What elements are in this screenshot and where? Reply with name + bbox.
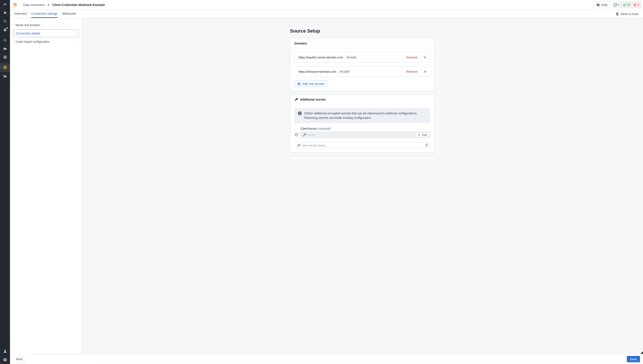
secrets-header: Additional secrets <box>290 95 435 104</box>
minus-circle-icon <box>294 133 298 136</box>
add-domain-button[interactable]: Add new domain <box>294 80 327 87</box>
move-to-trash-button[interactable]: Move to trash <box>615 10 639 18</box>
footer-bar: Back Save <box>10 354 643 364</box>
body-split: Name and location Connection details Cod… <box>10 18 643 354</box>
database-icon <box>4 66 7 69</box>
auth-chip: No auth <box>345 56 358 59</box>
breadcrumb: Data connection Client Credentials Webho… <box>20 3 594 6</box>
folder-icon <box>4 47 7 50</box>
help-label: Help <box>601 3 607 6</box>
breadcrumb-parent[interactable]: Data connection <box>23 3 45 6</box>
domain-url: https://oauth2-server-domain.com <box>298 56 343 59</box>
x-icon <box>633 3 636 6</box>
plus-circle-icon <box>297 82 301 86</box>
brand-tile[interactable] <box>10 0 20 10</box>
rail-home[interactable] <box>0 8 10 17</box>
key-icon <box>294 98 298 101</box>
rail-data-connection[interactable] <box>0 63 10 72</box>
help-button[interactable]: ? Help <box>594 2 610 8</box>
rail-history[interactable] <box>0 36 10 44</box>
top-bar: Data connection Client Credentials Webho… <box>10 0 643 10</box>
pencil-icon <box>418 134 421 136</box>
key-icon <box>303 133 306 136</box>
main-column: Data connection Client Credentials Webho… <box>10 0 643 364</box>
next-card-peek <box>290 156 435 159</box>
remove-secret-button[interactable] <box>294 133 298 137</box>
secrets-header-label: Additional secrets <box>300 98 326 101</box>
page-title: Source Setup <box>290 28 435 34</box>
chevron-right-icon <box>424 56 427 59</box>
bell-icon <box>4 28 7 32</box>
rail-apps[interactable] <box>0 53 10 62</box>
notification-badge <box>7 27 8 29</box>
secrets-info-callout: Define additional encrypted secrets that… <box>294 108 430 123</box>
domains-header: Domains <box>290 39 435 48</box>
tab-row: Overview Connection settings Webhooks Mo… <box>10 10 643 18</box>
domain-row[interactable]: https://oauth2-server-domain.com No auth… <box>294 52 430 62</box>
sidenav-connection-details[interactable]: Connection details <box>13 29 79 37</box>
search-icon <box>4 20 7 23</box>
app-rail <box>0 0 10 364</box>
flask-icon <box>4 350 7 353</box>
edit-label: Edit <box>422 133 427 136</box>
remove-domain-button[interactable]: Remove <box>406 70 418 73</box>
svg-rect-4 <box>299 113 300 114</box>
status-ok: 10 <box>627 4 630 6</box>
sync-icon <box>614 3 617 6</box>
rail-notifications[interactable] <box>0 26 10 34</box>
domain-url: https://resource-domain.com <box>298 70 336 73</box>
svg-rect-5 <box>299 112 300 113</box>
sidenav-name-location[interactable]: Name and location <box>13 21 79 29</box>
rail-collapse-toggle[interactable] <box>0 0 10 8</box>
rail-search[interactable] <box>0 17 10 26</box>
secret-value-field: •••••••••• Edit <box>300 132 430 138</box>
add-domain-label: Add new domain <box>302 82 325 86</box>
secrets-card: Additional secrets Define additional enc… <box>290 94 435 153</box>
tab-overview[interactable]: Overview <box>14 10 27 18</box>
plus-circle-icon <box>425 144 428 147</box>
rail-help[interactable] <box>0 356 10 364</box>
secret-masked-value: •••••••••• <box>308 134 415 136</box>
domains-card: Domains https://oauth2-server-domain.com… <box>290 38 435 91</box>
rail-files[interactable] <box>0 44 10 53</box>
grid-icon <box>4 56 7 59</box>
secret-required-suffix: (required) <box>317 127 331 130</box>
new-secret-row <box>294 142 430 148</box>
collapse-icon <box>4 2 7 6</box>
status-fail: 8 <box>637 4 639 6</box>
svg-text:?: ? <box>597 4 599 6</box>
add-secret-button[interactable] <box>425 144 428 148</box>
database-icon <box>13 3 17 7</box>
sidenav-code-import[interactable]: Code import configuration <box>13 38 79 46</box>
info-icon <box>298 112 302 115</box>
help-icon <box>4 358 7 362</box>
key-icon <box>297 144 300 147</box>
edit-secret-button[interactable]: Edit <box>415 132 429 137</box>
secret-name: ClientSecret <box>300 127 316 130</box>
new-secret-name-input[interactable] <box>302 144 425 147</box>
trash-icon <box>615 12 619 16</box>
secrets-info-text: Define additional encrypted secrets that… <box>304 111 427 120</box>
rail-projects[interactable] <box>0 72 10 80</box>
check-icon <box>623 3 626 6</box>
back-button[interactable]: Back <box>13 356 26 362</box>
history-icon <box>4 38 7 42</box>
home-icon <box>4 11 7 14</box>
folder-open-icon <box>4 74 7 78</box>
trash-label: Move to trash <box>621 12 639 16</box>
auth-chip: No auth <box>338 70 351 74</box>
domain-row[interactable]: https://resource-domain.com No auth Remo… <box>294 66 430 77</box>
workspace-scroll[interactable]: Source Setup Domains https://oauth2-serv… <box>82 18 643 354</box>
breadcrumb-current: Client Credentials Webhook Example <box>52 3 105 6</box>
resize-grip[interactable] <box>640 351 643 354</box>
sync-status-pill[interactable]: 0 10 8 <box>612 2 641 8</box>
remove-domain-button[interactable]: Remove <box>406 56 418 59</box>
chevron-right-icon <box>47 3 50 6</box>
status-pending: 0 <box>618 4 619 6</box>
rail-labs[interactable] <box>0 347 10 356</box>
tab-webhooks[interactable]: Webhooks <box>62 10 76 18</box>
secret-item: ClientSecret (required) •••••••••• <box>294 127 430 138</box>
tab-connection-settings[interactable]: Connection settings <box>31 10 58 18</box>
save-button[interactable]: Save <box>627 356 640 362</box>
settings-side-nav: Name and location Connection details Cod… <box>10 18 82 354</box>
